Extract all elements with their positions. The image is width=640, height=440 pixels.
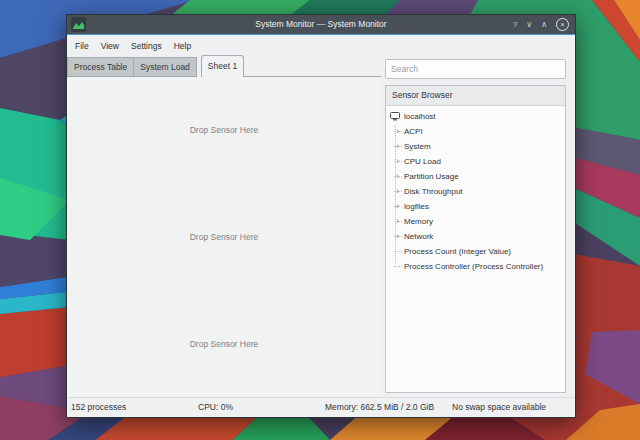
tree-item-label: System (404, 142, 431, 151)
sensor-browser-panel: Sensor Browser localhost › ACPI (385, 85, 566, 393)
status-swap: No swap space available (448, 398, 575, 417)
chevron-right-icon[interactable]: › (396, 139, 399, 153)
menu-item-file[interactable]: File (69, 35, 95, 57)
app-body: File View Settings Help Process Table Sy… (67, 35, 575, 417)
tree-item-acpi[interactable]: › ACPI (386, 124, 565, 139)
tree-item-label: Disk Throughput (404, 187, 463, 196)
drop-zone[interactable]: Drop Sensor Here (67, 184, 381, 291)
tree-item-label: CPU Load (404, 157, 441, 166)
drop-zone[interactable]: Drop Sensor Here (67, 77, 381, 184)
drop-zone[interactable]: Drop Sensor Here (67, 290, 381, 397)
tree-item-process-controller[interactable]: Process Controller (Process Controller) (386, 259, 565, 274)
tree-item-partition-usage[interactable]: › Partition Usage (386, 169, 565, 184)
tree-item-label: Process Controller (Process Controller) (404, 262, 543, 271)
menubar: File View Settings Help (67, 35, 575, 57)
chevron-right-icon[interactable]: › (396, 229, 399, 243)
tree-item-label: Memory (404, 217, 433, 226)
chevron-right-icon[interactable]: › (396, 214, 399, 228)
status-process-count: 152 processes (67, 398, 194, 417)
status-cpu: CPU: 0% (194, 398, 321, 417)
sensor-tree: localhost › ACPI › System › (386, 106, 565, 274)
tab-bar-filler (244, 57, 381, 77)
drop-zone-label: Drop Sensor Here (190, 125, 259, 135)
close-icon[interactable]: × (556, 18, 569, 31)
help-icon[interactable]: ? (513, 15, 517, 34)
tree-branch-line (394, 266, 402, 267)
sensor-browser-header: Sensor Browser (386, 86, 565, 106)
tree-item-label: localhost (404, 112, 436, 121)
drop-zone-label: Drop Sensor Here (190, 339, 259, 349)
maximize-icon[interactable]: ∧ (541, 15, 547, 34)
tree-item-system[interactable]: › System (386, 139, 565, 154)
tab-bar: Process Table System Load Sheet 1 (67, 57, 381, 77)
tab-system-load[interactable]: System Load (133, 57, 197, 77)
tree-item-label: logfiles (404, 202, 429, 211)
titlebar-controls: ? ∨ ∧ × (513, 15, 569, 34)
tree-item-network[interactable]: › Network (386, 229, 565, 244)
tree-item-label: Partition Usage (404, 172, 459, 181)
chevron-right-icon[interactable]: › (396, 154, 399, 168)
menu-item-settings[interactable]: Settings (125, 35, 168, 57)
search-input[interactable] (385, 59, 566, 79)
desktop: System Monitor — System Monitor ? ∨ ∧ × … (0, 0, 640, 440)
tree-item-cpu-load[interactable]: › CPU Load (386, 154, 565, 169)
tab-process-table[interactable]: Process Table (67, 57, 134, 77)
chevron-right-icon[interactable]: › (396, 169, 399, 183)
tab-sheet-1[interactable]: Sheet 1 (201, 55, 244, 77)
tree-item-disk-throughput[interactable]: › Disk Throughput (386, 184, 565, 199)
tree-branch-line (394, 251, 402, 252)
statusbar: 152 processes CPU: 0% Memory: 662.5 MiB … (67, 397, 575, 417)
system-monitor-app-icon (71, 17, 86, 32)
drop-zone-label: Drop Sensor Here (190, 232, 259, 242)
chevron-right-icon[interactable]: › (396, 184, 399, 198)
titlebar[interactable]: System Monitor — System Monitor ? ∨ ∧ × (67, 15, 575, 34)
menu-item-help[interactable]: Help (168, 35, 197, 57)
worksheet: Drop Sensor Here Drop Sensor Here Drop S… (67, 77, 381, 397)
tree-item-memory[interactable]: › Memory (386, 214, 565, 229)
computer-icon (390, 112, 400, 121)
tree-item-label: ACPI (404, 127, 423, 136)
window-title: System Monitor — System Monitor (67, 15, 575, 34)
tree-item-localhost[interactable]: localhost (386, 109, 565, 124)
tree-item-process-count[interactable]: Process Count (Integer Value) (386, 244, 565, 259)
app-window: System Monitor — System Monitor ? ∨ ∧ × … (66, 14, 576, 418)
tree-item-label: Process Count (Integer Value) (404, 247, 511, 256)
tree-item-logfiles[interactable]: › logfiles (386, 199, 565, 214)
chevron-right-icon[interactable]: › (396, 199, 399, 213)
minimize-icon[interactable]: ∨ (526, 15, 532, 34)
chevron-right-icon[interactable]: › (396, 124, 399, 138)
tree-item-label: Network (404, 232, 433, 241)
menu-item-view[interactable]: View (95, 35, 125, 57)
status-memory: Memory: 662.5 MiB / 2.0 GiB (321, 398, 448, 417)
